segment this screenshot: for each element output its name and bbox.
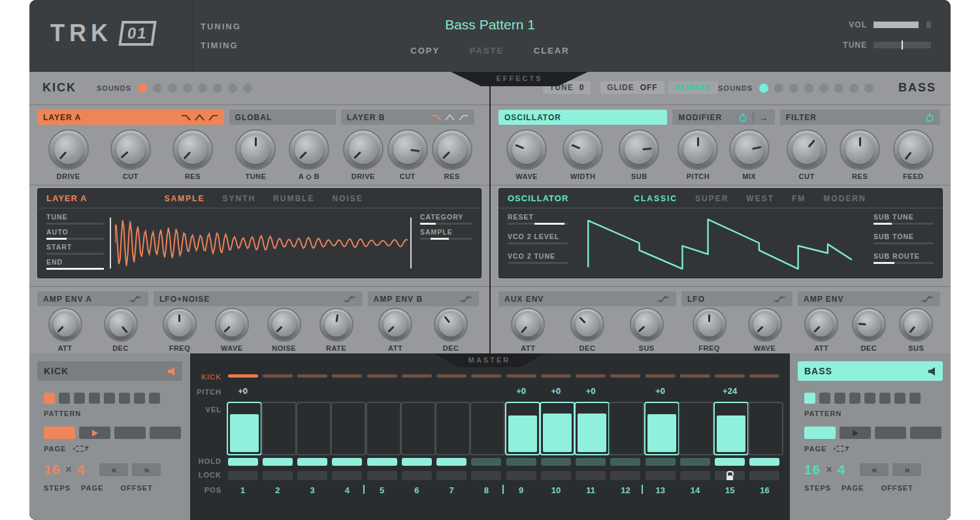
pattern-slot-3[interactable] xyxy=(74,393,85,404)
hold-step-1[interactable] xyxy=(228,458,258,466)
param-sub-tone[interactable]: SUB TONE xyxy=(874,233,934,244)
lock-step-7[interactable] xyxy=(436,471,466,480)
hold-step-6[interactable] xyxy=(402,458,432,466)
vel-step-13[interactable] xyxy=(644,402,679,455)
display-tab-classic[interactable]: CLASSIC xyxy=(634,194,678,203)
display-tab-super[interactable]: SUPER xyxy=(695,194,728,203)
pitch-value-step-11[interactable]: +0 xyxy=(574,386,608,396)
pattern-slot-4[interactable] xyxy=(89,393,100,404)
power-icon[interactable] xyxy=(738,112,747,122)
pattern-slot-5[interactable] xyxy=(104,393,115,404)
vel-step-7[interactable] xyxy=(435,402,470,455)
pattern-title[interactable]: Bass Pattern 1 xyxy=(29,17,951,33)
vel-step-6[interactable] xyxy=(400,402,436,455)
hold-step-3[interactable] xyxy=(297,458,327,466)
power-icon[interactable] xyxy=(925,112,934,122)
pattern-slot-3[interactable] xyxy=(834,393,845,404)
knob-noise[interactable]: NOISE xyxy=(267,308,301,352)
knob-cut[interactable]: CUT xyxy=(387,129,428,180)
pattern-slot-2[interactable] xyxy=(819,393,830,404)
knob-dec[interactable]: DEC xyxy=(852,308,886,352)
paste-button[interactable]: PASTE xyxy=(470,46,504,56)
knob-att[interactable]: ATT xyxy=(378,308,412,352)
hold-step-5[interactable] xyxy=(367,458,397,466)
hold-step-12[interactable] xyxy=(610,458,640,466)
hold-step-2[interactable] xyxy=(263,458,293,466)
param-sub-route[interactable]: SUB ROUTE xyxy=(874,252,934,264)
hold-step-8[interactable] xyxy=(471,458,501,466)
kick-step-1[interactable] xyxy=(228,374,258,378)
knob-dec[interactable]: DEC xyxy=(434,308,468,352)
copy-button[interactable]: COPY xyxy=(410,46,440,56)
knob-tune[interactable]: TUNE xyxy=(235,129,276,180)
knob-feed[interactable]: FEED xyxy=(893,129,934,180)
param-track[interactable] xyxy=(508,223,568,225)
sound-slot-6[interactable] xyxy=(213,84,222,93)
sound-slot-3[interactable] xyxy=(168,84,177,93)
tune-slider[interactable] xyxy=(874,42,931,48)
vel-step-2[interactable] xyxy=(261,402,297,455)
display-tab-noise[interactable]: NOISE xyxy=(332,194,363,203)
lock-step-16[interactable] xyxy=(749,471,779,480)
knob-res[interactable]: RES xyxy=(840,129,880,180)
knob-sub[interactable]: SUB xyxy=(619,129,659,180)
pattern-slot-2[interactable] xyxy=(59,393,70,404)
param-track[interactable] xyxy=(46,253,104,255)
hold-step-15[interactable] xyxy=(715,458,745,466)
display-tab-rumble[interactable]: RUMBLE xyxy=(273,194,314,203)
pattern-slot-5[interactable] xyxy=(864,393,875,404)
lock-step-10[interactable] xyxy=(541,471,571,480)
offset-right-button[interactable]: » xyxy=(892,463,921,476)
pattern-slot-7[interactable] xyxy=(134,393,145,404)
loop-icon[interactable] xyxy=(72,445,89,453)
vel-step-11[interactable] xyxy=(574,402,610,455)
param-category[interactable]: CATEGORY xyxy=(420,213,472,225)
param-vco-2-tune[interactable]: VCO 2 TUNE xyxy=(508,252,568,264)
sound-slot-8[interactable] xyxy=(864,84,874,93)
param-track[interactable] xyxy=(420,223,472,225)
sound-slot-4[interactable] xyxy=(183,84,192,93)
sound-slot-1[interactable] xyxy=(138,84,147,93)
hold-step-9[interactable] xyxy=(506,458,536,466)
page-slot-4[interactable] xyxy=(150,427,181,439)
page-slot-2[interactable] xyxy=(79,427,110,439)
param-end[interactable]: END xyxy=(46,258,104,270)
knob-freq[interactable]: FREQ xyxy=(163,308,197,352)
param-track[interactable] xyxy=(46,268,104,270)
knob-att[interactable]: ATT xyxy=(804,308,838,352)
lock-step-14[interactable] xyxy=(680,471,710,480)
kick-step-10[interactable] xyxy=(541,374,571,378)
sound-slot-3[interactable] xyxy=(789,84,798,93)
knob-sus[interactable]: SUS xyxy=(899,308,933,352)
sample-end-marker[interactable] xyxy=(410,218,412,268)
kick-step-7[interactable] xyxy=(436,374,466,378)
display-tab-fm[interactable]: FM xyxy=(792,194,806,203)
page-count[interactable]: 4 xyxy=(77,462,86,478)
param-track[interactable] xyxy=(46,238,104,240)
offset-left-button[interactable]: « xyxy=(860,463,889,476)
vel-step-3[interactable] xyxy=(296,402,331,455)
section-header-lfo[interactable]: LFO xyxy=(681,291,792,306)
lock-step-3[interactable] xyxy=(297,471,327,480)
sound-slot-4[interactable] xyxy=(804,84,813,93)
pitch-value-step-13[interactable]: +0 xyxy=(643,386,678,396)
knob-rate[interactable]: RATE xyxy=(319,308,353,352)
lock-step-11[interactable] xyxy=(576,471,606,480)
kick-waveform[interactable] xyxy=(115,215,408,271)
hold-step-10[interactable] xyxy=(541,458,571,466)
knob-cut[interactable]: CUT xyxy=(787,129,827,180)
knob-dec[interactable]: DEC xyxy=(104,308,138,352)
vel-step-15[interactable] xyxy=(713,402,749,455)
bass-always-toggle[interactable]: ALWAYS xyxy=(668,81,718,94)
section-header-amp-env-b[interactable]: AMP ENV B xyxy=(368,291,479,306)
vel-step-16[interactable] xyxy=(748,402,783,455)
knob-sus[interactable]: SUS xyxy=(630,308,664,352)
section-header-modifier[interactable]: MODIFIER→ xyxy=(672,110,774,125)
pattern-slot-1[interactable] xyxy=(44,393,55,404)
section-header-filter[interactable]: FILTER xyxy=(780,110,940,125)
lock-step-15[interactable] xyxy=(715,471,745,480)
vel-step-10[interactable] xyxy=(540,402,575,455)
display-tab-modern[interactable]: MODERN xyxy=(823,194,866,203)
param-reset[interactable]: RESET xyxy=(508,213,568,225)
bass-glide-chip[interactable]: GLIDE OFF xyxy=(600,81,664,94)
